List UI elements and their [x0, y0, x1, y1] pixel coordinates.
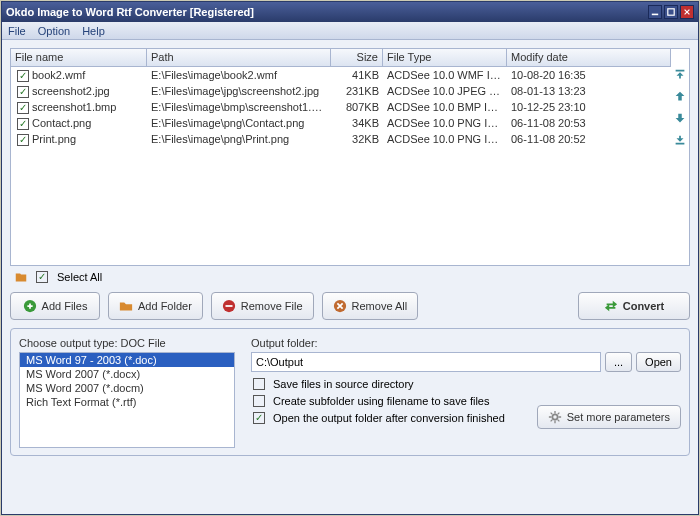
move-down-icon[interactable] [673, 111, 687, 125]
create-subfolder-label: Create subfolder using filename to save … [273, 395, 489, 407]
list-item[interactable]: MS Word 97 - 2003 (*.doc) [20, 353, 234, 367]
button-row: Add Files Add Folder Remove File Remove … [10, 292, 690, 320]
output-settings-panel: Output folder: ... Open Save files in so… [251, 337, 681, 447]
close-icon [683, 8, 691, 16]
open-button[interactable]: Open [636, 352, 681, 372]
cell-size: 41KB [331, 69, 383, 81]
col-size[interactable]: Size [331, 49, 383, 66]
save-source-row: Save files in source directory [251, 378, 537, 390]
close-button[interactable] [680, 5, 694, 19]
cell-path: E:\Files\image\png\Contact.png [147, 117, 331, 129]
move-top-icon[interactable] [673, 67, 687, 81]
convert-button[interactable]: Convert [578, 292, 690, 320]
list-item[interactable]: MS Word 2007 (*.docx) [20, 367, 234, 381]
table-row[interactable]: Contact.pngE:\Files\image\png\Contact.pn… [11, 115, 671, 131]
menu-file[interactable]: File [8, 25, 26, 37]
cell-type: ACDSee 10.0 JPEG Image [383, 85, 507, 97]
create-subfolder-checkbox[interactable] [253, 395, 265, 407]
move-up-icon[interactable] [673, 89, 687, 103]
menu-help[interactable]: Help [82, 25, 105, 37]
row-checkbox[interactable] [17, 70, 29, 82]
svg-rect-4 [225, 305, 232, 307]
selectall-row: Select All [10, 270, 690, 284]
row-checkbox[interactable] [17, 102, 29, 114]
maximize-button[interactable] [664, 5, 678, 19]
add-folder-label: Add Folder [138, 300, 192, 312]
cell-path: E:\Files\image\png\Print.png [147, 133, 331, 145]
window-buttons [648, 5, 694, 19]
save-source-label: Save files in source directory [273, 378, 414, 390]
cell-name: book2.wmf [11, 69, 147, 82]
table-body: book2.wmfE:\Files\image\book2.wmf41KBACD… [11, 67, 671, 147]
add-folder-button[interactable]: Add Folder [108, 292, 203, 320]
save-source-checkbox[interactable] [253, 378, 265, 390]
file-table: File name Path Size File Type Modify dat… [11, 49, 671, 265]
menu-option[interactable]: Option [38, 25, 70, 37]
create-subfolder-row: Create subfolder using filename to save … [251, 395, 537, 407]
content-area: File name Path Size File Type Modify dat… [2, 40, 698, 464]
plus-circle-icon [23, 299, 37, 313]
add-files-label: Add Files [42, 300, 88, 312]
cell-type: ACDSee 10.0 WMF Image [383, 69, 507, 81]
gear-icon [548, 410, 562, 424]
maximize-icon [667, 8, 675, 16]
open-after-checkbox[interactable] [253, 412, 265, 424]
table-row[interactable]: book2.wmfE:\Files\image\book2.wmf41KBACD… [11, 67, 671, 83]
table-row[interactable]: Print.pngE:\Files\image\png\Print.png32K… [11, 131, 671, 147]
cell-date: 10-12-25 23:10 [507, 101, 671, 113]
row-checkbox[interactable] [17, 134, 29, 146]
col-path[interactable]: Path [147, 49, 331, 66]
cell-date: 08-01-13 13:23 [507, 85, 671, 97]
remove-all-button[interactable]: Remove All [322, 292, 419, 320]
bottom-panel: Choose output type: DOC File MS Word 97 … [10, 328, 690, 456]
menubar: File Option Help [2, 22, 698, 40]
col-modifydate[interactable]: Modify date [507, 49, 671, 66]
output-type-listbox[interactable]: MS Word 97 - 2003 (*.doc)MS Word 2007 (*… [19, 352, 235, 448]
output-folder-input[interactable] [251, 352, 601, 372]
col-filename[interactable]: File name [11, 49, 147, 66]
list-item[interactable]: MS Word 2007 (*.docm) [20, 381, 234, 395]
folder-up-icon[interactable] [14, 270, 28, 284]
set-more-label: Set more parameters [567, 411, 670, 423]
folder-icon [119, 299, 133, 313]
selectall-label: Select All [57, 271, 102, 283]
row-checkbox[interactable] [17, 118, 29, 130]
table-row[interactable]: screenshot1.bmpE:\Files\image\bmp\screen… [11, 99, 671, 115]
cell-path: E:\Files\image\bmp\screenshot1.bmp [147, 101, 331, 113]
output-folder-row: ... Open [251, 352, 681, 372]
open-label: Open [645, 356, 672, 368]
browse-label: ... [614, 356, 623, 368]
remove-file-button[interactable]: Remove File [211, 292, 314, 320]
cell-size: 231KB [331, 85, 383, 97]
cell-name: screenshot2.jpg [11, 85, 147, 98]
svg-rect-0 [652, 14, 658, 16]
add-files-button[interactable]: Add Files [10, 292, 100, 320]
selectall-checkbox[interactable] [36, 271, 48, 283]
list-item[interactable]: Rich Text Format (*.rtf) [20, 395, 234, 409]
minimize-icon [651, 8, 659, 16]
open-after-row: Open the output folder after conversion … [251, 412, 537, 424]
open-after-label: Open the output folder after conversion … [273, 412, 505, 424]
side-toolbar [671, 49, 689, 265]
remove-all-label: Remove All [352, 300, 408, 312]
cell-name: Print.png [11, 133, 147, 146]
cell-date: 06-11-08 20:52 [507, 133, 671, 145]
move-bottom-icon[interactable] [673, 133, 687, 147]
cell-size: 32KB [331, 133, 383, 145]
row-checkbox[interactable] [17, 86, 29, 98]
col-filetype[interactable]: File Type [383, 49, 507, 66]
spacer [426, 292, 570, 320]
minimize-button[interactable] [648, 5, 662, 19]
convert-icon [604, 299, 618, 313]
set-more-parameters-button[interactable]: Set more parameters [537, 405, 681, 429]
table-row[interactable]: screenshot2.jpgE:\Files\image\jpg\screen… [11, 83, 671, 99]
cell-size: 34KB [331, 117, 383, 129]
minus-circle-icon [222, 299, 236, 313]
table-header: File name Path Size File Type Modify dat… [11, 49, 671, 67]
cell-name: screenshot1.bmp [11, 101, 147, 114]
titlebar: Okdo Image to Word Rtf Converter [Regist… [2, 2, 698, 22]
output-folder-label: Output folder: [251, 337, 681, 349]
browse-button[interactable]: ... [605, 352, 632, 372]
svg-rect-1 [668, 9, 674, 15]
remove-file-label: Remove File [241, 300, 303, 312]
